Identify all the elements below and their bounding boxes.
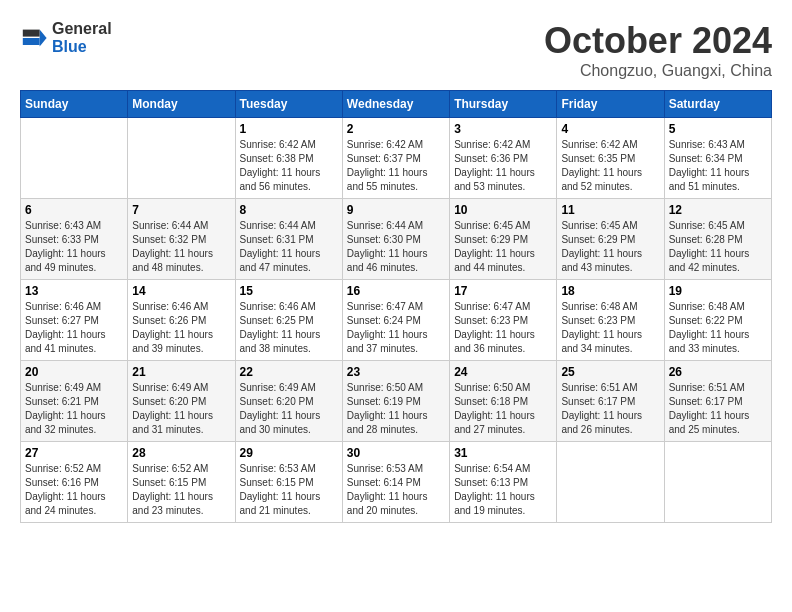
day-info: Sunrise: 6:42 AM Sunset: 6:36 PM Dayligh… bbox=[454, 138, 552, 194]
calendar-cell: 3Sunrise: 6:42 AM Sunset: 6:36 PM Daylig… bbox=[450, 118, 557, 199]
calendar-cell bbox=[21, 118, 128, 199]
day-info: Sunrise: 6:51 AM Sunset: 6:17 PM Dayligh… bbox=[669, 381, 767, 437]
calendar-cell bbox=[557, 442, 664, 523]
calendar-day-header: Saturday bbox=[664, 91, 771, 118]
day-number: 11 bbox=[561, 203, 659, 217]
calendar-day-header: Monday bbox=[128, 91, 235, 118]
calendar-cell: 11Sunrise: 6:45 AM Sunset: 6:29 PM Dayli… bbox=[557, 199, 664, 280]
logo: General Blue bbox=[20, 20, 112, 55]
day-info: Sunrise: 6:45 AM Sunset: 6:29 PM Dayligh… bbox=[561, 219, 659, 275]
day-number: 22 bbox=[240, 365, 338, 379]
calendar-cell bbox=[664, 442, 771, 523]
calendar-cell: 24Sunrise: 6:50 AM Sunset: 6:18 PM Dayli… bbox=[450, 361, 557, 442]
day-number: 7 bbox=[132, 203, 230, 217]
day-info: Sunrise: 6:54 AM Sunset: 6:13 PM Dayligh… bbox=[454, 462, 552, 518]
svg-rect-2 bbox=[23, 29, 40, 36]
day-number: 31 bbox=[454, 446, 552, 460]
svg-rect-3 bbox=[23, 38, 40, 45]
calendar-cell: 10Sunrise: 6:45 AM Sunset: 6:29 PM Dayli… bbox=[450, 199, 557, 280]
day-number: 4 bbox=[561, 122, 659, 136]
logo-blue-text: Blue bbox=[52, 38, 112, 56]
calendar-day-header: Thursday bbox=[450, 91, 557, 118]
logo-general-text: General bbox=[52, 20, 112, 38]
calendar-cell: 30Sunrise: 6:53 AM Sunset: 6:14 PM Dayli… bbox=[342, 442, 449, 523]
day-number: 9 bbox=[347, 203, 445, 217]
day-info: Sunrise: 6:42 AM Sunset: 6:38 PM Dayligh… bbox=[240, 138, 338, 194]
calendar-cell bbox=[128, 118, 235, 199]
day-number: 2 bbox=[347, 122, 445, 136]
day-info: Sunrise: 6:46 AM Sunset: 6:27 PM Dayligh… bbox=[25, 300, 123, 356]
month-title: October 2024 bbox=[544, 20, 772, 62]
day-info: Sunrise: 6:49 AM Sunset: 6:20 PM Dayligh… bbox=[240, 381, 338, 437]
day-number: 15 bbox=[240, 284, 338, 298]
day-number: 21 bbox=[132, 365, 230, 379]
day-number: 8 bbox=[240, 203, 338, 217]
day-info: Sunrise: 6:49 AM Sunset: 6:20 PM Dayligh… bbox=[132, 381, 230, 437]
day-number: 28 bbox=[132, 446, 230, 460]
calendar-cell: 19Sunrise: 6:48 AM Sunset: 6:22 PM Dayli… bbox=[664, 280, 771, 361]
day-number: 27 bbox=[25, 446, 123, 460]
calendar-cell: 29Sunrise: 6:53 AM Sunset: 6:15 PM Dayli… bbox=[235, 442, 342, 523]
calendar-cell: 23Sunrise: 6:50 AM Sunset: 6:19 PM Dayli… bbox=[342, 361, 449, 442]
calendar-cell: 8Sunrise: 6:44 AM Sunset: 6:31 PM Daylig… bbox=[235, 199, 342, 280]
day-number: 18 bbox=[561, 284, 659, 298]
day-info: Sunrise: 6:42 AM Sunset: 6:35 PM Dayligh… bbox=[561, 138, 659, 194]
title-block: October 2024 Chongzuo, Guangxi, China bbox=[544, 20, 772, 80]
calendar-week-row: 1Sunrise: 6:42 AM Sunset: 6:38 PM Daylig… bbox=[21, 118, 772, 199]
day-number: 30 bbox=[347, 446, 445, 460]
day-info: Sunrise: 6:52 AM Sunset: 6:15 PM Dayligh… bbox=[132, 462, 230, 518]
day-info: Sunrise: 6:45 AM Sunset: 6:29 PM Dayligh… bbox=[454, 219, 552, 275]
day-info: Sunrise: 6:44 AM Sunset: 6:30 PM Dayligh… bbox=[347, 219, 445, 275]
day-number: 16 bbox=[347, 284, 445, 298]
day-number: 17 bbox=[454, 284, 552, 298]
day-number: 1 bbox=[240, 122, 338, 136]
day-info: Sunrise: 6:44 AM Sunset: 6:31 PM Dayligh… bbox=[240, 219, 338, 275]
day-number: 5 bbox=[669, 122, 767, 136]
calendar-cell: 31Sunrise: 6:54 AM Sunset: 6:13 PM Dayli… bbox=[450, 442, 557, 523]
calendar-cell: 15Sunrise: 6:46 AM Sunset: 6:25 PM Dayli… bbox=[235, 280, 342, 361]
calendar-cell: 13Sunrise: 6:46 AM Sunset: 6:27 PM Dayli… bbox=[21, 280, 128, 361]
calendar-cell: 22Sunrise: 6:49 AM Sunset: 6:20 PM Dayli… bbox=[235, 361, 342, 442]
calendar-cell: 25Sunrise: 6:51 AM Sunset: 6:17 PM Dayli… bbox=[557, 361, 664, 442]
day-info: Sunrise: 6:46 AM Sunset: 6:26 PM Dayligh… bbox=[132, 300, 230, 356]
day-info: Sunrise: 6:47 AM Sunset: 6:23 PM Dayligh… bbox=[454, 300, 552, 356]
calendar-week-row: 20Sunrise: 6:49 AM Sunset: 6:21 PM Dayli… bbox=[21, 361, 772, 442]
calendar-cell: 9Sunrise: 6:44 AM Sunset: 6:30 PM Daylig… bbox=[342, 199, 449, 280]
day-number: 20 bbox=[25, 365, 123, 379]
calendar-day-header: Wednesday bbox=[342, 91, 449, 118]
calendar-cell: 7Sunrise: 6:44 AM Sunset: 6:32 PM Daylig… bbox=[128, 199, 235, 280]
day-info: Sunrise: 6:43 AM Sunset: 6:34 PM Dayligh… bbox=[669, 138, 767, 194]
day-info: Sunrise: 6:42 AM Sunset: 6:37 PM Dayligh… bbox=[347, 138, 445, 194]
day-number: 29 bbox=[240, 446, 338, 460]
day-info: Sunrise: 6:49 AM Sunset: 6:21 PM Dayligh… bbox=[25, 381, 123, 437]
day-number: 23 bbox=[347, 365, 445, 379]
day-number: 19 bbox=[669, 284, 767, 298]
day-number: 24 bbox=[454, 365, 552, 379]
day-number: 26 bbox=[669, 365, 767, 379]
calendar-cell: 28Sunrise: 6:52 AM Sunset: 6:15 PM Dayli… bbox=[128, 442, 235, 523]
day-number: 3 bbox=[454, 122, 552, 136]
day-info: Sunrise: 6:48 AM Sunset: 6:22 PM Dayligh… bbox=[669, 300, 767, 356]
calendar-cell: 17Sunrise: 6:47 AM Sunset: 6:23 PM Dayli… bbox=[450, 280, 557, 361]
calendar-day-header: Tuesday bbox=[235, 91, 342, 118]
day-info: Sunrise: 6:44 AM Sunset: 6:32 PM Dayligh… bbox=[132, 219, 230, 275]
calendar-cell: 26Sunrise: 6:51 AM Sunset: 6:17 PM Dayli… bbox=[664, 361, 771, 442]
calendar-cell: 20Sunrise: 6:49 AM Sunset: 6:21 PM Dayli… bbox=[21, 361, 128, 442]
calendar-week-row: 6Sunrise: 6:43 AM Sunset: 6:33 PM Daylig… bbox=[21, 199, 772, 280]
calendar-week-row: 27Sunrise: 6:52 AM Sunset: 6:16 PM Dayli… bbox=[21, 442, 772, 523]
calendar-cell: 5Sunrise: 6:43 AM Sunset: 6:34 PM Daylig… bbox=[664, 118, 771, 199]
day-info: Sunrise: 6:46 AM Sunset: 6:25 PM Dayligh… bbox=[240, 300, 338, 356]
day-number: 10 bbox=[454, 203, 552, 217]
day-info: Sunrise: 6:53 AM Sunset: 6:14 PM Dayligh… bbox=[347, 462, 445, 518]
calendar-day-header: Friday bbox=[557, 91, 664, 118]
calendar-table: SundayMondayTuesdayWednesdayThursdayFrid… bbox=[20, 90, 772, 523]
calendar-cell: 14Sunrise: 6:46 AM Sunset: 6:26 PM Dayli… bbox=[128, 280, 235, 361]
day-info: Sunrise: 6:45 AM Sunset: 6:28 PM Dayligh… bbox=[669, 219, 767, 275]
calendar-cell: 18Sunrise: 6:48 AM Sunset: 6:23 PM Dayli… bbox=[557, 280, 664, 361]
calendar-cell: 16Sunrise: 6:47 AM Sunset: 6:24 PM Dayli… bbox=[342, 280, 449, 361]
logo-text: General Blue bbox=[52, 20, 112, 55]
calendar-week-row: 13Sunrise: 6:46 AM Sunset: 6:27 PM Dayli… bbox=[21, 280, 772, 361]
day-info: Sunrise: 6:50 AM Sunset: 6:19 PM Dayligh… bbox=[347, 381, 445, 437]
calendar-cell: 12Sunrise: 6:45 AM Sunset: 6:28 PM Dayli… bbox=[664, 199, 771, 280]
day-info: Sunrise: 6:47 AM Sunset: 6:24 PM Dayligh… bbox=[347, 300, 445, 356]
